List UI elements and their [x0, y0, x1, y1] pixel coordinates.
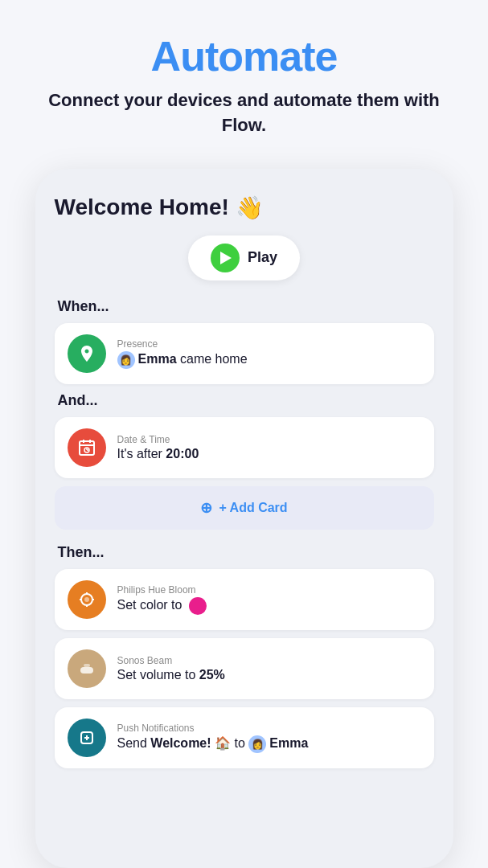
svg-point-8	[84, 597, 89, 602]
presence-value: 👩Emma came home	[117, 351, 248, 369]
when-card-presence[interactable]: Presence 👩Emma came home	[55, 323, 434, 384]
sonos-icon	[68, 649, 106, 688]
datetime-value: It's after 20:00	[117, 447, 199, 461]
flow-title-text: Welcome Home!	[55, 194, 229, 220]
sonos-bold: 25%	[199, 668, 225, 682]
phone-mock: Welcome Home! 👋 Play When... Presence 👩E…	[35, 169, 453, 868]
datetime-label: Date & Time	[117, 434, 199, 445]
then-card-push[interactable]: Push Notifications Send Welcome! 🏠 to 👩E…	[55, 707, 434, 768]
app-title: Automate	[151, 32, 338, 80]
svg-rect-13	[80, 667, 93, 674]
hue-icon	[68, 580, 106, 619]
flow-title-emoji: 👋	[236, 194, 264, 221]
push-icon	[68, 719, 106, 757]
hue-label: Philips Hue Bloom	[117, 584, 207, 596]
sonos-label: Sonos Beam	[117, 655, 225, 666]
datetime-bold: 20:00	[166, 447, 199, 461]
and-card-datetime[interactable]: Date & Time It's after 20:00	[55, 417, 434, 478]
sonos-value: Set volume to 25%	[117, 668, 225, 682]
sonos-card-text: Sonos Beam Set volume to 25%	[117, 655, 225, 682]
hue-value: Set color to	[117, 597, 207, 615]
color-dot	[189, 597, 207, 615]
add-card-button[interactable]: ⊕ + Add Card	[55, 486, 434, 530]
presence-label: Presence	[117, 338, 248, 350]
push-emma-name: Emma	[269, 736, 308, 750]
app-subtitle: Connect your devices and automate them w…	[32, 88, 456, 138]
push-card-text: Push Notifications Send Welcome! 🏠 to 👩E…	[117, 723, 309, 753]
then-card-sonos[interactable]: Sonos Beam Set volume to 25%	[55, 638, 434, 699]
then-card-hue[interactable]: Philips Hue Bloom Set color to	[55, 569, 434, 630]
presence-icon	[68, 334, 106, 373]
play-icon	[211, 244, 240, 272]
svg-rect-14	[84, 664, 90, 667]
play-button[interactable]: Play	[188, 235, 300, 280]
play-button-container: Play	[55, 235, 434, 280]
push-bold: Welcome! 🏠	[150, 736, 231, 750]
when-label: When...	[55, 298, 434, 315]
then-label: Then...	[55, 544, 434, 561]
play-triangle-icon	[220, 252, 232, 264]
play-label: Play	[248, 249, 277, 266]
header: Automate Connect your devices and automa…	[0, 0, 488, 154]
hue-card-text: Philips Hue Bloom Set color to	[117, 584, 207, 615]
emma-name: Emma	[138, 352, 177, 366]
push-label: Push Notifications	[117, 723, 309, 734]
presence-card-text: Presence 👩Emma came home	[117, 338, 248, 369]
datetime-card-text: Date & Time It's after 20:00	[117, 434, 199, 461]
emma-avatar-when: 👩	[117, 351, 135, 369]
and-label: And...	[55, 392, 434, 409]
add-card-label: + Add Card	[219, 501, 287, 515]
flow-title: Welcome Home! 👋	[55, 194, 434, 221]
push-value: Send Welcome! 🏠 to 👩Emma	[117, 735, 309, 753]
emma-avatar-push: 👩	[248, 735, 266, 753]
add-card-plus-icon: ⊕	[200, 499, 212, 517]
datetime-icon	[68, 428, 106, 467]
